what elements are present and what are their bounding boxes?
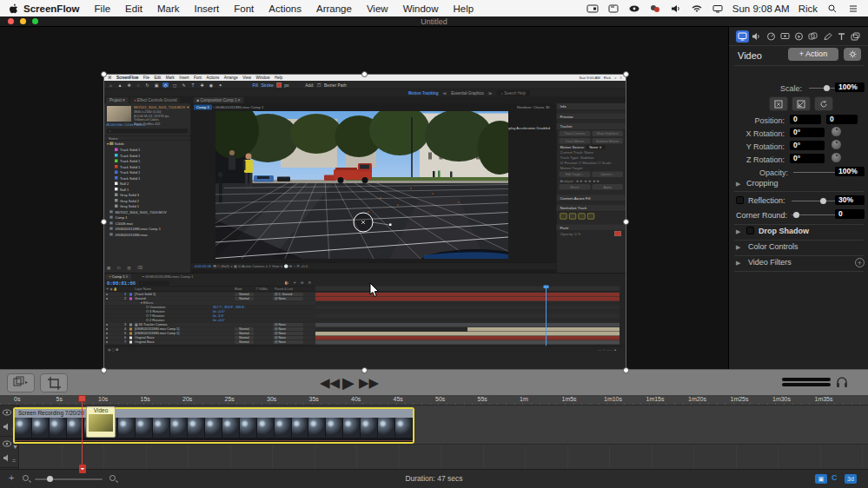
selection-handle-bottom-right[interactable]	[623, 367, 629, 373]
menu-file[interactable]: File	[95, 3, 111, 14]
apply-button[interactable]: Apply	[592, 184, 623, 190]
timeline-ruler[interactable]: 0s5s10s15s20s25s30s35s40s45s50s55s1m1m5s…	[0, 395, 868, 406]
ae-timecode[interactable]: 0:00:01:06	[107, 280, 136, 287]
add-action-button[interactable]: + Action	[788, 48, 838, 61]
menubar-clock[interactable]: Sun 9:08 AM	[732, 3, 790, 14]
ae-parent-link[interactable]: @ None	[273, 327, 303, 331]
screen-record-icon[interactable]	[586, 3, 599, 14]
z-rotation-field[interactable]: 0°	[790, 154, 825, 163]
spotlight-icon[interactable]	[826, 3, 838, 14]
ae-layer-eye-icon[interactable]	[106, 298, 108, 300]
menu-screenflow[interactable]: ScreenFlow	[23, 3, 80, 14]
track-audio-icon[interactable]	[3, 454, 11, 462]
video-clip[interactable]: Screen Recording 7/20/20	[13, 407, 414, 444]
menu-edit[interactable]: Edit	[125, 3, 142, 14]
y-rotation-knob[interactable]	[832, 140, 841, 149]
z-rotation-knob[interactable]	[832, 153, 841, 162]
video-properties-tab-icon[interactable]	[736, 30, 749, 43]
wifi-icon[interactable]	[691, 3, 703, 14]
ae-preview-panel[interactable]: Preview	[557, 114, 626, 121]
menu-mark[interactable]: Mark	[157, 3, 180, 14]
ae-info-panel[interactable]: Info	[557, 103, 626, 110]
ae-layer-bar[interactable]	[315, 332, 620, 336]
ae-blend-mode[interactable]: Normal	[235, 336, 254, 340]
fit-to-canvas-button[interactable]	[769, 96, 788, 111]
menu-window[interactable]: Window	[403, 3, 439, 14]
motion-source-dropdown[interactable]: None ∨	[586, 145, 605, 149]
selection-handle-top-center[interactable]	[361, 71, 368, 77]
x-rotation-field[interactable]: 0°	[790, 128, 825, 137]
annotations-tab-icon[interactable]	[821, 30, 834, 43]
track-resize-handle[interactable]: =	[12, 458, 16, 464]
c-mode-icon[interactable]: C	[832, 473, 838, 482]
ae-timeline-tab2[interactable]: ▪ 0908020311880.mov Comp 1	[139, 274, 196, 280]
ae-parent-link[interactable]: @ 2. Ground	[273, 293, 303, 296]
ae-layer-bar[interactable]	[315, 323, 620, 327]
reflection-slider-thumb[interactable]	[820, 198, 826, 204]
display-icon[interactable]	[712, 3, 724, 14]
apple-icon[interactable]	[9, 3, 18, 14]
track-audio-icon[interactable]	[3, 423, 11, 431]
track-move-down-icon[interactable]: ▼	[12, 444, 18, 450]
ae-layer-eye-icon[interactable]	[106, 328, 108, 330]
corner-round-slider-thumb[interactable]	[793, 212, 799, 218]
ae-layer-eye-icon[interactable]	[106, 333, 108, 334]
playhead-line[interactable]	[82, 395, 83, 469]
eye-icon[interactable]	[628, 3, 640, 14]
ae-blend-mode[interactable]: Normal	[235, 293, 254, 296]
screen-recording-tab-icon[interactable]	[779, 30, 792, 43]
menu-insert[interactable]: Insert	[194, 3, 219, 14]
ae-playhead[interactable]	[546, 287, 547, 347]
selection-handle-top-left[interactable]	[101, 71, 107, 77]
color-controls-section[interactable]: Color Controls	[748, 242, 798, 251]
selection-handle-mid-right[interactable]	[623, 219, 629, 225]
selection-handle-bottom-left[interactable]	[101, 367, 107, 373]
reset-rotation-button[interactable]	[814, 96, 833, 111]
menubar-user[interactable]: Rick	[798, 3, 818, 14]
normalize-track-panel[interactable]: Normalize Track	[557, 205, 626, 212]
corner-round-value[interactable]: 0	[835, 209, 865, 219]
project-file-item[interactable]: 0908020311880.mov	[104, 232, 191, 238]
ae-layer-eye-icon[interactable]	[106, 324, 108, 326]
window-icon[interactable]	[607, 3, 620, 14]
stabilize-motion-button[interactable]: Stabilize Motion	[592, 138, 623, 144]
position-y-field[interactable]: 0	[826, 115, 858, 124]
opacity-value[interactable]: 100%	[835, 167, 865, 176]
ae-layer-bar[interactable]	[467, 327, 620, 332]
volume-icon[interactable]	[670, 3, 682, 14]
reset-button[interactable]: Reset	[560, 184, 591, 190]
normalize-track-buttons[interactable]	[557, 212, 626, 222]
media-library-tab-icon[interactable]	[849, 30, 862, 43]
menu-arrange[interactable]: Arrange	[316, 3, 352, 14]
options-button[interactable]: Options...	[592, 172, 623, 178]
ae-blend-mode[interactable]: Normal	[235, 297, 254, 300]
add-media-button[interactable]	[7, 373, 35, 392]
video-clip-preview[interactable]: ⌘ ScreenFlow File Edit Mark Insert Font …	[104, 75, 626, 370]
previous-frame-button[interactable]: ◀◀	[320, 375, 340, 391]
y-rotation-field[interactable]: 0°	[790, 141, 825, 150]
edit-target-button[interactable]: Edit Target...	[560, 172, 591, 178]
menu-help[interactable]: Help	[454, 3, 474, 14]
ae-blend-mode[interactable]: Normal	[235, 340, 254, 344]
scale-slider-thumb[interactable]	[824, 85, 830, 91]
drop-shadow-section[interactable]: Drop Shadow	[759, 227, 809, 235]
content-aware-fill-panel[interactable]: Content-Aware Fill	[557, 195, 626, 202]
solids-folder[interactable]: ▾ Solids	[107, 142, 124, 147]
ae-timeline-search[interactable]: ⌕	[139, 281, 169, 286]
drop-shadow-checkbox[interactable]	[746, 227, 754, 234]
ae-playhead-handle[interactable]	[544, 286, 549, 289]
add-video-filter-button[interactable]: +	[855, 258, 865, 267]
ae-layer-bar[interactable]	[315, 340, 620, 345]
ae-layer-bar[interactable]	[315, 336, 620, 340]
selection-handle-mid-left[interactable]	[101, 219, 107, 225]
audio-properties-tab-icon[interactable]	[750, 30, 763, 43]
x-rotation-knob[interactable]	[832, 127, 841, 136]
ae-layer-eye-icon[interactable]	[106, 337, 108, 339]
ae-layer-eye-icon[interactable]	[106, 293, 108, 295]
next-frame-button[interactable]: ▶▶	[359, 375, 379, 391]
ae-parent-link[interactable]: @ None	[273, 332, 303, 335]
playhead-handle[interactable]	[78, 395, 86, 402]
cropping-section[interactable]: Cropping	[746, 179, 779, 188]
ae-parent-link[interactable]: @ None	[273, 323, 303, 326]
project-search-field[interactable]: ⌕	[107, 129, 189, 134]
